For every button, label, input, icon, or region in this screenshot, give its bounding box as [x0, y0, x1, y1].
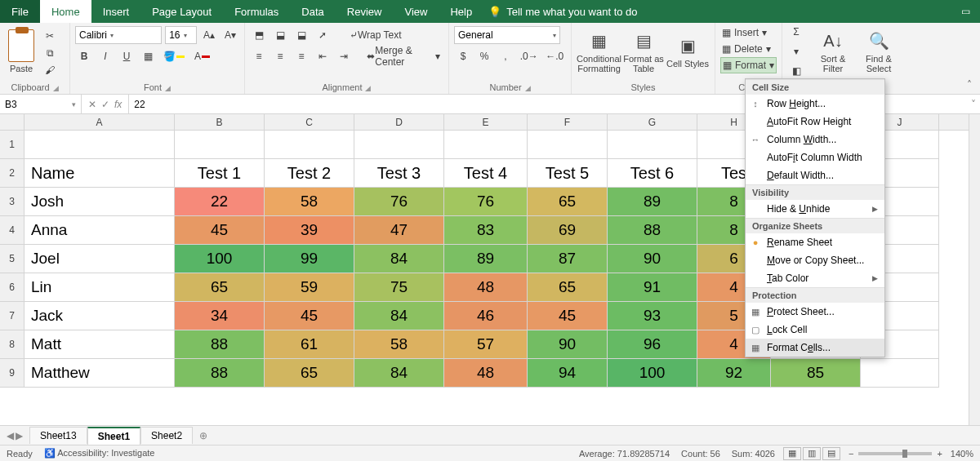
- merge-center-button[interactable]: ⬌ Merge & Center ▾: [363, 47, 443, 65]
- comma-format-icon[interactable]: ,: [497, 47, 514, 65]
- cut-icon[interactable]: ✂: [41, 28, 59, 43]
- col-header-C[interactable]: C: [265, 114, 354, 130]
- zoom-level[interactable]: 140%: [951, 449, 973, 459]
- cell-F[interactable]: 65: [528, 188, 608, 216]
- italic-button[interactable]: I: [96, 47, 114, 65]
- cell-F[interactable]: 65: [528, 273, 608, 302]
- dd-row-height[interactable]: ↕Row Height...: [746, 95, 884, 113]
- cell-D[interactable]: 47: [354, 216, 444, 245]
- dd-autofit-row-height[interactable]: AutoFit Row Height: [746, 113, 884, 131]
- cell-C[interactable]: 61: [265, 330, 354, 359]
- sheet-nav-next-icon[interactable]: ▶: [16, 430, 23, 441]
- cell-F[interactable]: 90: [528, 330, 608, 359]
- cell-D[interactable]: 58: [354, 330, 444, 359]
- cell-C[interactable]: 99: [265, 245, 354, 273]
- dd-move-copy-sheet[interactable]: Move or Copy Sheet...: [746, 251, 884, 269]
- row-header-7[interactable]: 7: [0, 302, 24, 330]
- conditional-formatting-button[interactable]: ▦Conditional Formatting: [577, 24, 621, 78]
- sheet-tab-sheet13[interactable]: Sheet13: [29, 427, 87, 444]
- orientation-icon[interactable]: ➚: [314, 26, 332, 44]
- cell-E[interactable]: 76: [444, 188, 528, 216]
- cell-C[interactable]: 45: [265, 302, 354, 330]
- cell-E[interactable]: [444, 131, 528, 159]
- cell-I[interactable]: 85: [771, 359, 861, 388]
- number-format-select[interactable]: General▾: [454, 26, 560, 44]
- bold-button[interactable]: B: [75, 47, 93, 65]
- expand-formula-bar-icon[interactable]: ˅: [967, 95, 980, 113]
- sheet-tab-sheet1[interactable]: Sheet1: [87, 427, 140, 445]
- increase-indent-icon[interactable]: ⇥: [335, 47, 353, 65]
- zoom-slider[interactable]: [858, 452, 932, 455]
- decrease-decimal-icon[interactable]: ←.0: [544, 47, 567, 65]
- font-size-select[interactable]: 16▾: [165, 26, 197, 44]
- cell-A[interactable]: [24, 131, 175, 159]
- cell-D[interactable]: 75: [354, 273, 444, 302]
- name-box[interactable]: B3▾: [0, 95, 82, 113]
- wrap-text-button[interactable]: ⤶ Wrap Text: [346, 26, 405, 44]
- decrease-font-icon[interactable]: A▾: [221, 26, 239, 44]
- cell-A[interactable]: Matt: [24, 330, 175, 359]
- tab-home[interactable]: Home: [40, 0, 91, 23]
- cell-G[interactable]: 90: [608, 245, 697, 273]
- cell-D[interactable]: 84: [354, 359, 444, 388]
- select-all-corner[interactable]: [0, 114, 24, 130]
- row-header-9[interactable]: 9: [0, 359, 24, 388]
- enter-formula-icon[interactable]: ✓: [101, 99, 109, 110]
- dd-default-width[interactable]: Default Width...: [746, 166, 884, 184]
- vertical-scrollbar[interactable]: [969, 114, 980, 425]
- dd-column-width[interactable]: ↔Column Width...: [746, 131, 884, 148]
- row-header-6[interactable]: 6: [0, 273, 24, 302]
- tab-view[interactable]: View: [393, 0, 439, 23]
- cell-C[interactable]: 39: [265, 216, 354, 245]
- cell-F[interactable]: [528, 131, 608, 159]
- increase-font-icon[interactable]: A▴: [200, 26, 218, 44]
- sort-filter-button[interactable]: A↓Sort & Filter: [810, 24, 856, 78]
- cell-F[interactable]: 94: [528, 359, 608, 388]
- decrease-indent-icon[interactable]: ⇤: [314, 47, 332, 65]
- find-select-button[interactable]: 🔍Find & Select: [856, 24, 902, 78]
- ribbon-display-options-icon[interactable]: ▭: [951, 0, 980, 23]
- cell-F[interactable]: 87: [528, 245, 608, 273]
- cell-B[interactable]: 88: [175, 359, 265, 388]
- percent-format-icon[interactable]: %: [475, 47, 493, 65]
- tab-pagelayout[interactable]: Page Layout: [140, 0, 223, 23]
- align-top-icon[interactable]: ⬒: [250, 26, 268, 44]
- zoom-in-icon[interactable]: +: [937, 449, 942, 459]
- cell-G[interactable]: 89: [608, 188, 697, 216]
- fx-icon[interactable]: fx: [114, 99, 122, 110]
- row-header-3[interactable]: 3: [0, 188, 24, 216]
- dd-rename-sheet[interactable]: ●Rename Sheet: [746, 233, 884, 251]
- cell-A[interactable]: Josh: [24, 188, 175, 216]
- sheet-nav-prev-icon[interactable]: ◀: [7, 430, 14, 441]
- cell-E[interactable]: 46: [444, 302, 528, 330]
- accounting-format-icon[interactable]: $: [454, 47, 472, 65]
- cell-B[interactable]: 65: [175, 273, 265, 302]
- cell-D[interactable]: 76: [354, 188, 444, 216]
- tell-me-search[interactable]: 💡 Tell me what you want to do: [488, 0, 637, 23]
- cell-A[interactable]: Anna: [24, 216, 175, 245]
- cell-E[interactable]: 89: [444, 245, 528, 273]
- dd-hide-unhide[interactable]: Hide & Unhide▶: [746, 200, 884, 218]
- cell-A[interactable]: Name: [24, 159, 175, 188]
- cell-G[interactable]: 96: [608, 330, 697, 359]
- cell-H[interactable]: 92: [697, 359, 771, 388]
- cell-C[interactable]: 58: [265, 188, 354, 216]
- borders-button[interactable]: ▦: [139, 47, 157, 65]
- row-header-8[interactable]: 8: [0, 330, 24, 359]
- cell-B[interactable]: 34: [175, 302, 265, 330]
- autosum-icon[interactable]: Σ: [787, 23, 805, 41]
- align-left-icon[interactable]: ≡: [250, 47, 268, 65]
- tab-formulas[interactable]: Formulas: [223, 0, 290, 23]
- cell-G[interactable]: 100: [608, 359, 697, 388]
- cells-delete-button[interactable]: ▦Delete▾: [720, 41, 777, 57]
- cell-A[interactable]: Joel: [24, 245, 175, 273]
- cell-F[interactable]: 45: [528, 302, 608, 330]
- tab-insert[interactable]: Insert: [91, 0, 141, 23]
- fill-color-button[interactable]: 🪣: [160, 47, 188, 65]
- underline-button[interactable]: U: [118, 47, 136, 65]
- cell-D[interactable]: 84: [354, 302, 444, 330]
- cell-A[interactable]: Lin: [24, 273, 175, 302]
- align-right-icon[interactable]: ≡: [292, 47, 310, 65]
- cell-G[interactable]: Test 6: [608, 159, 697, 188]
- row-header-5[interactable]: 5: [0, 245, 24, 273]
